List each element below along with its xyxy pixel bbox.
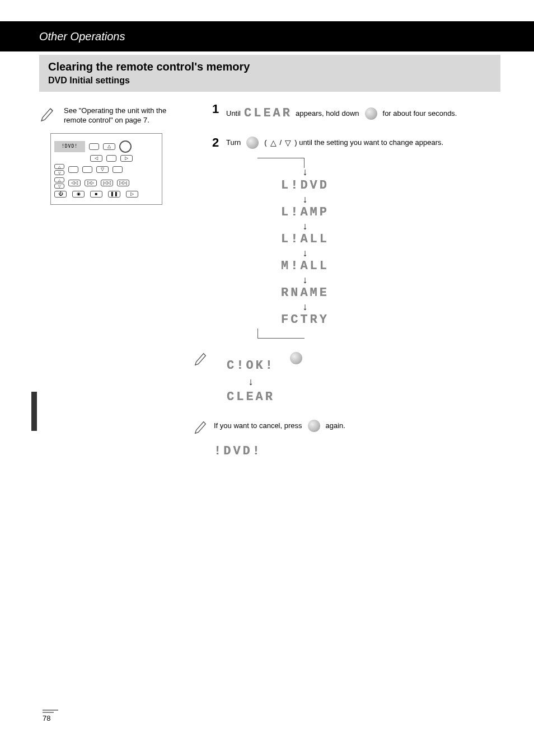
s3-after: again. — [326, 419, 345, 433]
title-line2: DVD Initial settings — [48, 76, 130, 85]
arrow-down-icon: ↓ — [303, 249, 308, 257]
knob-icon-4 — [308, 420, 320, 432]
arrow-down-icon: ↓ — [303, 276, 308, 284]
s3-pre: If you want to cancel, press — [214, 419, 302, 433]
btn-blank-2 — [68, 166, 78, 173]
step-1: 1 Until CLEAR appears, hold down for abo… — [209, 102, 500, 125]
step-num-2: 2 — [209, 135, 222, 150]
chapter-header: Other Operations — [0, 21, 534, 51]
btn-center — [106, 155, 116, 162]
stop-icon: ■ — [90, 191, 102, 198]
arrow-down-icon: ↓ — [303, 303, 308, 311]
section-title: Clearing the remote control's memory DVD… — [39, 55, 500, 92]
power-icon: ⏻ — [54, 191, 67, 198]
btn-blank-3 — [82, 166, 92, 173]
arrow-down-icon: ↓ — [217, 378, 284, 386]
s2-mid: ( — [264, 136, 266, 150]
page-number: 78 — [43, 708, 58, 722]
btn-down: ▽ — [96, 166, 109, 173]
skip-b-icon: |◁◁ — [101, 180, 113, 186]
pen-icon — [193, 351, 209, 368]
flow-1: L!AMP — [281, 204, 329, 221]
arrow-down-icon: ↓ — [303, 195, 308, 203]
btn-up: △ — [103, 143, 115, 150]
pause-icon: ❚❚ — [108, 191, 120, 198]
seg-cok: C!OK! — [217, 354, 284, 378]
triangle-down-icon — [285, 135, 291, 151]
s2-suf: ) until the setting you want to change a… — [294, 136, 443, 150]
see-ref: See "Operating the unit with the remote … — [64, 106, 185, 125]
flow-4: RNAME — [281, 285, 329, 302]
remote-display: !DVD! — [54, 141, 85, 152]
jog-wheel — [119, 140, 132, 153]
remote-diagram: !DVD! △ ◁ ▷ △ ▽ ▽ — [50, 133, 162, 205]
flow-0: L!DVD — [281, 177, 329, 194]
vol-up: △ — [54, 177, 64, 182]
ch-up: △ — [54, 164, 64, 169]
flow-chart: ↓ L!DVD ↓ L!AMP ↓ L!ALL ↓ M!ALL ↓ RNAME … — [257, 158, 353, 338]
pen-icon — [39, 106, 56, 123]
ch-dn: ▽ — [54, 170, 64, 175]
knob-icon-1 — [365, 107, 377, 120]
btn-right: ▷ — [120, 155, 133, 162]
btn-blank-4 — [113, 166, 123, 173]
rec-icon: ◉ — [72, 191, 85, 198]
step-num-1: 1 — [209, 102, 222, 116]
arrow-down-icon: ↓ — [303, 168, 308, 176]
knob-icon-2 — [246, 137, 259, 149]
play-icon: ▷ — [126, 191, 138, 198]
pen-icon — [193, 419, 209, 436]
s1-suf: for about four seconds. — [383, 107, 457, 121]
step-2: 2 Turn ( / ) until the setting you want … — [209, 135, 500, 341]
title-line1: Clearing the remote control's memory — [48, 60, 491, 73]
page-num-val: 78 — [43, 714, 50, 722]
s2-pre: Turn — [226, 136, 241, 150]
confirm-note: C!OK! ↓ CLEAR — [142, 351, 500, 409]
btn-blank-1 — [89, 143, 99, 150]
s1-pre: Until — [226, 107, 241, 121]
flow-2: L!ALL — [281, 231, 329, 248]
flow-3: M!ALL — [281, 258, 329, 275]
arrow-down-icon: ↓ — [303, 222, 308, 230]
side-tab — [31, 392, 37, 431]
triangle-up-icon — [270, 135, 277, 151]
seg-clear2: CLEAR — [217, 386, 284, 409]
s1-mid: appears, hold down — [296, 107, 359, 121]
rew-icon: ◁◁ — [68, 180, 81, 186]
seg-clear: CLEAR — [244, 102, 292, 125]
seg-dvd: !DVD! — [214, 440, 262, 463]
chapter-title: Other Operations — [39, 30, 125, 43]
ff-icon: ▷▷ — [85, 180, 97, 186]
flow-5: FCTRY — [281, 312, 329, 328]
vol-dn: ▽ — [54, 184, 64, 189]
s2-mid2: / — [280, 136, 282, 150]
btn-left: ◁ — [90, 155, 102, 162]
knob-icon-3 — [290, 352, 302, 364]
skip-f-icon: ▷▷| — [117, 180, 129, 186]
cancel-note: If you want to cancel, press again. !DVD… — [142, 419, 500, 463]
